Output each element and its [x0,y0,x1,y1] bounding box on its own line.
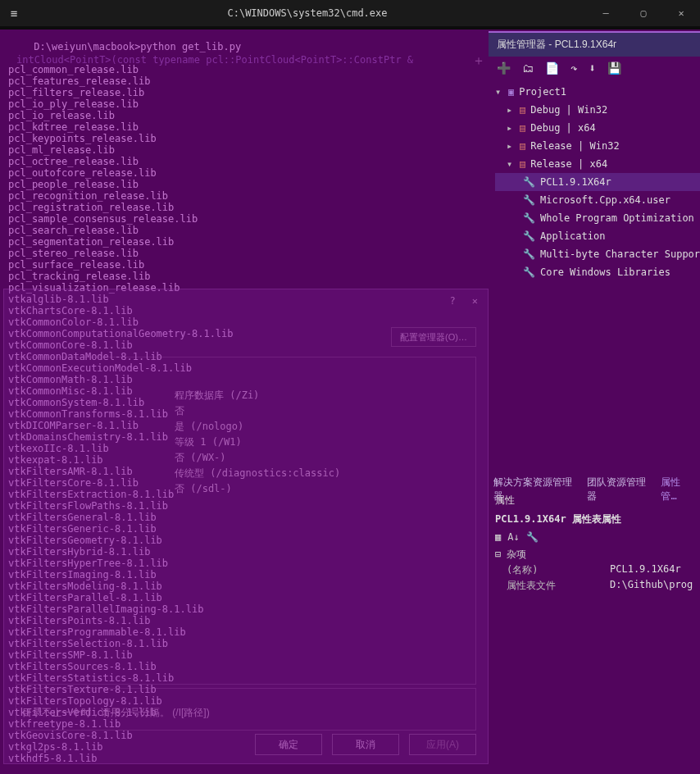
toolbar-icon[interactable]: ⬇ [589,61,595,75]
dialog-hint-text: 目录不止一个时，请用分号分隔。 (/I[路径]) [22,706,210,720]
cmd-title: C:\WINDOWS\system32\cmd.exe [28,7,587,19]
toolbar-icon[interactable]: 🗂 [522,61,534,75]
cmd-titlebar[interactable]: ≡ C:\WINDOWS\system32\cmd.exe — ▢ ✕ [0,0,700,26]
dialog-option-value[interactable]: 程序数据库 (/Zi) [175,388,340,403]
tree-property-sheet[interactable]: 🔧Multi-byte Character Support [495,245,700,263]
categorized-icon[interactable]: ▦ [495,531,501,543]
tree-config[interactable]: ▸▤Debug | x64 [495,119,700,137]
toolbar-icon[interactable]: ➕ [497,61,511,75]
property-row: 属性表文件D:\Github\prog [495,579,693,593]
property-manager-tree: ▾▣Project1▸▤Debug | Win32▸▤Debug | x64▸▤… [489,80,700,281]
toolbar-icon[interactable]: 📄 [545,61,559,75]
close-button[interactable]: ✕ [662,0,700,26]
cancel-button[interactable]: 取消 [332,734,399,755]
dialog-option-value[interactable]: 传统型 (/diagnostics:classic) [175,466,340,480]
prop-value[interactable]: PCL1.9.1X64r [610,563,681,577]
prop-key: (名称) [495,563,610,577]
hamburger-icon[interactable]: ≡ [0,7,28,20]
tree-config[interactable]: ▸▤Debug | Win32 [495,101,700,119]
properties-header: 属性 [495,494,693,508]
dialog-option-value[interactable]: 否 (/sdl-) [175,481,340,496]
properties-category[interactable]: ⊟ 杂项 [495,548,693,562]
maximize-button[interactable]: ▢ [625,0,662,26]
dialog-option-value[interactable]: 是 (/nologo) [175,419,340,434]
tree-project[interactable]: ▾▣Project1 [495,83,700,101]
property-pages-dialog: ? ✕ 配置管理器(O)… 程序数据库 (/Zi)否是 (/nologo)等级 … [3,289,489,764]
gutter-plus-icon[interactable]: ＋ [472,52,485,70]
dialog-option-value[interactable]: 否 (/WX-) [175,450,340,465]
tree-property-sheet[interactable]: 🔧Application [495,227,700,245]
tree-property-sheet[interactable]: 🔧Whole Program Optimization [495,209,700,227]
ok-button[interactable]: 确定 [255,734,322,755]
tree-config[interactable]: ▾▤Release | x64 [495,155,700,173]
dialog-option-value[interactable]: 等级 1 (/W1) [175,435,340,449]
property-manager-panel: 属性管理器 - PCL1.9.1X64r ➕🗂📄↷⬇💾 ▾▣Project1▸▤… [489,31,700,474]
property-manager-title[interactable]: 属性管理器 - PCL1.9.1X64r [489,31,700,57]
property-manager-toolbar: ➕🗂📄↷⬇💾 [489,57,700,80]
tree-property-sheet[interactable]: 🔧Microsoft.Cpp.x64.user [495,191,700,209]
dialog-option-values: 程序数据库 (/Zi)否是 (/nologo)等级 1 (/W1)否 (/WX-… [175,388,340,497]
properties-object: PCL1.9.1X64r 属性表属性 [495,512,693,526]
cmd-prompt: D:\weiyun\macbook>python get_lib.py [34,41,241,52]
properties-pane: 属性 PCL1.9.1X64r 属性表属性 ▦ A↓ 🔧 ⊟ 杂项 (名称)PC… [489,489,700,598]
tree-config[interactable]: ▸▤Release | Win32 [495,137,700,155]
toolbar-icon[interactable]: 💾 [607,61,621,75]
tree-property-sheet[interactable]: 🔧PCL1.9.1X64r [495,173,700,191]
alphabetical-icon[interactable]: A↓ [507,531,519,543]
minimize-button[interactable]: — [587,0,625,26]
help-icon[interactable]: ? [450,295,456,307]
config-manager-button[interactable]: 配置管理器(O)… [391,327,476,347]
dialog-close-icon[interactable]: ✕ [472,295,478,307]
toolbar-icon[interactable]: ↷ [570,61,577,75]
prop-value[interactable]: D:\Github\prog [610,579,693,593]
dialog-option-value[interactable]: 否 [175,403,340,418]
prop-key: 属性表文件 [495,579,610,593]
wrench-icon[interactable]: 🔧 [526,531,539,543]
tree-property-sheet[interactable]: 🔧Core Windows Libraries [495,263,700,281]
property-row: (名称)PCL1.9.1X64r [495,563,693,577]
apply-button[interactable]: 应用(A) [409,734,476,755]
